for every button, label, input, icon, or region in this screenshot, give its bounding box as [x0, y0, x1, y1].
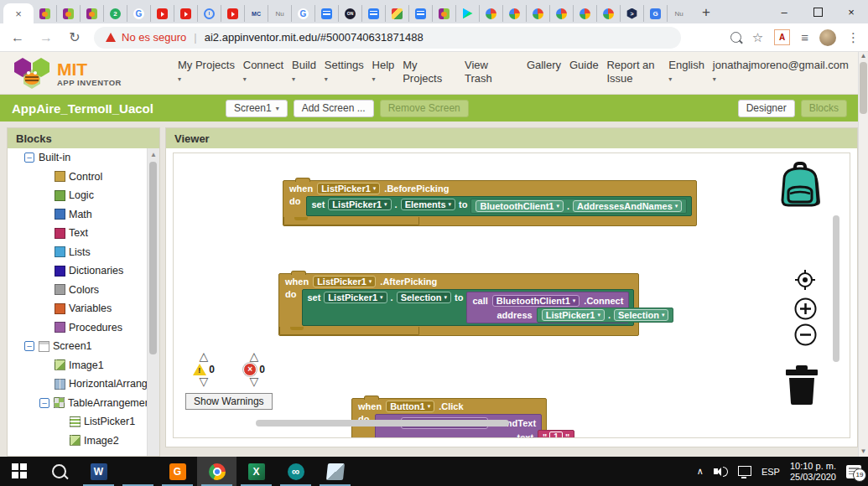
collapse-toggle-icon[interactable]: – [39, 398, 49, 408]
browser-tab-translate[interactable]: G [643, 5, 667, 22]
browser-tab-chat[interactable] [314, 5, 338, 22]
address-bar[interactable]: No es seguro | ai2.appinventor.mit.edu/#… [94, 27, 681, 49]
taskbar-explorer-icon[interactable] [118, 457, 158, 486]
menu-my-projects[interactable]: My Projects [403, 59, 456, 85]
reload-button[interactable]: ↻ [64, 29, 86, 45]
browser-menu-icon[interactable]: ⋮ [847, 30, 860, 45]
tree-item-image1[interactable]: Image1 [8, 356, 148, 375]
block-button1-click[interactable]: when Button1▾ .Click do call BluetoothCl… [351, 398, 547, 438]
browser-tab-nu[interactable]: Nu [268, 5, 291, 22]
taskbar-arduino-icon[interactable]: ∞ [276, 457, 315, 486]
browser-tab-hexdark[interactable]: > [620, 5, 643, 22]
language-indicator[interactable]: ESP [761, 467, 780, 477]
blocks-button[interactable]: Blocks [801, 100, 847, 117]
appinventor-logo[interactable]: MIT APP INVENTOR [13, 57, 122, 90]
collapse-toggle-icon[interactable]: – [24, 341, 34, 351]
minimize-button[interactable]: – [767, 0, 801, 23]
close-window-button[interactable]: × [834, 0, 868, 23]
menu-english[interactable]: English▾ [668, 59, 704, 86]
menu-jonathajmoreno-gmail-com[interactable]: jonathajmoreno@gmail.com▾ [713, 59, 849, 86]
getter-block[interactable]: ListPicker1▾ . Selection▾ [537, 308, 674, 323]
component-dropdown[interactable]: ListPicker1▾ [313, 276, 376, 287]
designer-button[interactable]: Designer [738, 100, 795, 117]
errors-up-icon[interactable]: △ [236, 351, 273, 362]
browser-tab-photos[interactable] [596, 5, 620, 22]
browser-tab-photos[interactable] [479, 5, 502, 22]
call-connect-block[interactable]: call BluetoothClient1▾ .Connect address … [466, 292, 629, 323]
palette-scrollbar[interactable]: ▲ [147, 148, 159, 456]
tree-item-lists[interactable]: Lists [8, 243, 148, 262]
tree-item-variables[interactable]: Variables [8, 299, 148, 318]
tree-item-listpicker1[interactable]: ListPicker1 [8, 412, 148, 432]
adobe-pdf-extension-icon[interactable]: A [774, 29, 790, 45]
new-tab-button[interactable]: + [695, 2, 717, 23]
text-string-block[interactable]: " 1 " [538, 430, 574, 438]
taskbar-gom-icon[interactable]: G [158, 457, 197, 486]
block-listpicker-beforepicking[interactable]: when ListPicker1▾ .BeforePicking do set … [283, 180, 697, 226]
tree-item-image2[interactable]: Image2 [8, 432, 148, 451]
scroll-up-icon[interactable]: ▲ [859, 52, 868, 59]
browser-tab-playstore[interactable] [455, 5, 479, 22]
page-scrollbar[interactable]: ▲ ▼ [858, 52, 868, 457]
component-dropdown[interactable]: ListPicker1▾ [317, 183, 380, 194]
tree-item-horizontalarrangemen[interactable]: HorizontalArrangemen [8, 375, 148, 394]
show-hidden-icons[interactable]: ∧ [697, 466, 704, 477]
network-icon[interactable] [738, 466, 751, 476]
browser-tab-appinventor[interactable] [80, 5, 103, 22]
palette-scroll-thumb[interactable] [149, 162, 157, 354]
bookmark-star-icon[interactable]: ☆ [752, 30, 763, 45]
taskbar-excel-icon[interactable]: X [236, 457, 276, 486]
maximize-button[interactable] [801, 0, 834, 23]
browser-tab-history[interactable] [197, 5, 221, 22]
property-dropdown[interactable]: Selection▾ [397, 292, 451, 303]
collapse-toggle-icon[interactable]: – [24, 153, 34, 163]
tree-item-logic[interactable]: Logic [8, 186, 148, 205]
forward-button[interactable]: → [35, 30, 57, 45]
browser-tab-appinventor[interactable] [34, 5, 56, 22]
center-blocks-icon[interactable] [794, 269, 816, 294]
zoom-out-icon[interactable] [794, 323, 817, 349]
menu-my-projects[interactable]: My Projects▾ [178, 59, 235, 86]
active-tab[interactable]: × [3, 3, 34, 23]
component-dropdown[interactable]: ListPicker1▾ [542, 309, 605, 321]
component-dropdown[interactable]: ListPicker1▾ [328, 199, 391, 210]
notification-center-icon[interactable]: 19 [846, 465, 861, 478]
tree-item-control[interactable]: Control [8, 168, 148, 187]
browser-tab-nu[interactable]: Nu [667, 5, 690, 22]
menu-report-an-issue[interactable]: Report an Issue [606, 59, 660, 85]
errors-down-icon[interactable]: ▽ [236, 376, 273, 387]
browser-tab-green2[interactable]: 2 [103, 5, 127, 22]
scroll-down-icon[interactable]: ▼ [859, 447, 868, 455]
close-tab-icon[interactable]: × [15, 8, 22, 19]
tree-item-colors[interactable]: Colors [8, 281, 148, 300]
scroll-up-icon[interactable]: ▲ [148, 148, 159, 158]
component-dropdown[interactable]: BluetoothClient1▾ [492, 295, 580, 307]
component-dropdown[interactable]: Button1▾ [386, 401, 434, 412]
property-dropdown[interactable]: AddressesAndNames▾ [573, 200, 682, 212]
browser-tab-photos[interactable] [549, 5, 573, 22]
browser-tab-youtube[interactable] [174, 5, 197, 22]
tree-item-dictionaries[interactable]: Dictionaries [8, 261, 148, 281]
menu-view-trash[interactable]: View Trash [465, 59, 518, 85]
back-button[interactable]: ← [7, 30, 29, 45]
property-dropdown[interactable]: Selection▾ [614, 309, 668, 321]
browser-tab-onair[interactable]: ON [338, 5, 361, 22]
warnings-up-icon[interactable]: △ [185, 351, 222, 362]
volume-icon[interactable] [714, 467, 728, 477]
browser-tab-photos[interactable] [526, 5, 549, 22]
taskbar-search-icon[interactable] [39, 457, 79, 486]
backpack-icon[interactable] [774, 160, 826, 215]
property-dropdown[interactable]: Elements▾ [401, 199, 455, 210]
tree-item-math[interactable]: Math [8, 205, 148, 225]
tree-item-text[interactable]: Text [8, 224, 148, 243]
browser-tab-mc[interactable]: MC [244, 5, 268, 22]
menu-connect[interactable]: Connect▾ [243, 59, 283, 86]
page-scroll-thumb[interactable] [860, 62, 867, 114]
show-warnings-button[interactable]: Show Warnings [185, 393, 273, 410]
browser-tab-chat[interactable] [361, 5, 385, 22]
set-block[interactable]: set ListPicker1▾ . Selection▾ to call Bl… [302, 289, 634, 326]
browser-tab-youtube[interactable] [150, 5, 174, 22]
trash-icon[interactable] [782, 364, 821, 408]
set-block[interactable]: set ListPicker1▾ . Elements▾ to Bluetoot… [306, 196, 692, 216]
string-value[interactable]: 1 [549, 432, 563, 438]
